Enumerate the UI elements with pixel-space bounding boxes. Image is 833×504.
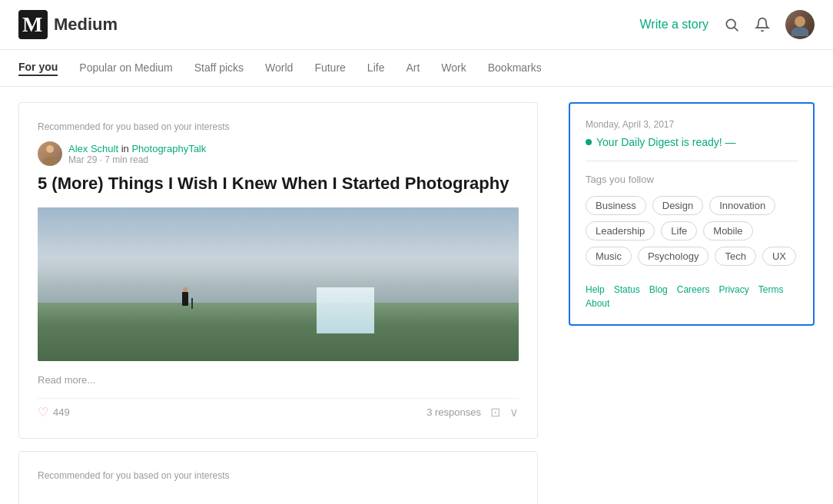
more-icon[interactable]: ∨: [509, 405, 519, 419]
tag-item[interactable]: Tech: [715, 247, 755, 266]
footer-link-item[interactable]: Privacy: [719, 284, 748, 295]
nav-item-bookmarks[interactable]: Bookmarks: [488, 61, 542, 75]
svg-point-2: [726, 19, 735, 28]
author-publication[interactable]: PhotographyTalk: [131, 143, 206, 154]
svg-line-3: [735, 28, 738, 32]
logo-text: Medium: [54, 15, 118, 35]
author-avatar: [38, 141, 62, 166]
recommended-label-2: Recommended for you based on your intere…: [38, 470, 519, 481]
footer-link-item[interactable]: Help: [586, 284, 605, 295]
article-footer-1: ♡ 449 3 responses ⊡ ∨: [38, 398, 519, 419]
author-info: Alex Schult in PhotographyTalk Mar 29 · …: [68, 143, 206, 165]
logo[interactable]: M Medium: [18, 10, 118, 39]
article-title-1[interactable]: 5 (More) Things I Wish I Knew When I Sta…: [38, 172, 519, 195]
read-more-link[interactable]: Read more...: [38, 374, 95, 386]
tag-item[interactable]: Psychology: [638, 247, 709, 266]
green-dot-icon: [586, 139, 592, 145]
search-button[interactable]: [724, 17, 739, 32]
article-card-1: Recommended for you based on your intere…: [18, 102, 538, 439]
digest-card: Monday, April 3, 2017 Your Daily Digest …: [569, 102, 815, 326]
footer-link-item[interactable]: Terms: [758, 284, 784, 295]
digest-date: Monday, April 3, 2017: [586, 119, 798, 130]
header-actions: Write a story: [640, 10, 815, 39]
nav-item-staff-picks[interactable]: Staff picks: [194, 61, 244, 75]
image-sky: [38, 207, 519, 307]
nav-item-for-you[interactable]: For you: [18, 61, 58, 76]
image-tripod: [191, 298, 193, 309]
tag-item[interactable]: Leadership: [586, 221, 655, 240]
tag-item[interactable]: Innovation: [709, 196, 775, 215]
footer-right: 3 responses ⊡ ∨: [426, 405, 519, 419]
footer-link-item[interactable]: Careers: [677, 284, 710, 295]
tag-item[interactable]: Life: [661, 221, 697, 240]
tag-item[interactable]: Design: [652, 196, 703, 215]
avatar[interactable]: [785, 10, 815, 39]
author-name[interactable]: Alex Schult: [68, 143, 118, 154]
footer-links: HelpStatusBlogCareersPrivacyTermsAbout: [586, 284, 798, 309]
digest-ready[interactable]: Your Daily Digest is ready! —: [586, 136, 798, 161]
nav-item-life[interactable]: Life: [367, 61, 385, 75]
nav-item-popular[interactable]: Popular on Medium: [79, 61, 172, 75]
heart-icon[interactable]: ♡: [38, 405, 48, 419]
responses-button[interactable]: 3 responses: [426, 406, 481, 418]
digest-ready-text: Your Daily Digest is ready! —: [596, 136, 736, 148]
feed: Recommended for you based on your intere…: [18, 87, 538, 504]
avatar-image: [785, 10, 815, 39]
bell-icon: [755, 17, 770, 32]
header: M Medium Write a story: [0, 0, 833, 50]
tag-item[interactable]: Mobile: [703, 221, 752, 240]
author-in: in: [121, 143, 132, 154]
search-icon: [724, 17, 739, 32]
bookmark-icon[interactable]: ⊡: [490, 405, 500, 419]
footer-link-item[interactable]: About: [586, 298, 609, 309]
image-waterfall: [317, 287, 374, 333]
nav-item-art[interactable]: Art: [406, 61, 420, 75]
image-person: [182, 292, 188, 306]
main-content: Recommended for you based on your intere…: [0, 87, 833, 504]
tag-item[interactable]: Business: [586, 196, 646, 215]
footer-link-item[interactable]: Blog: [649, 284, 668, 295]
tags-label: Tags you follow: [586, 174, 798, 185]
write-story-button[interactable]: Write a story: [640, 18, 709, 32]
article-image-1: [38, 207, 519, 361]
notifications-button[interactable]: [755, 17, 770, 32]
tags-grid: BusinessDesignInnovationLeadershipLifeMo…: [586, 196, 798, 266]
sidebar: Monday, April 3, 2017 Your Daily Digest …: [569, 87, 815, 504]
nav-item-future[interactable]: Future: [314, 61, 345, 75]
nav-item-work[interactable]: Work: [441, 61, 466, 75]
like-count: 449: [53, 406, 70, 418]
author-meta: Mar 29 · 7 min read: [68, 154, 206, 165]
nav-bar: For you Popular on Medium Staff picks Wo…: [0, 50, 833, 87]
footer-link-item[interactable]: Status: [614, 284, 640, 295]
tag-item[interactable]: Music: [586, 247, 632, 266]
recommended-label-1: Recommended for you based on your intere…: [38, 121, 519, 132]
medium-logo-icon: M: [18, 10, 48, 39]
image-land: [38, 303, 519, 361]
author-row: Alex Schult in PhotographyTalk Mar 29 · …: [38, 141, 519, 166]
tag-item[interactable]: UX: [762, 247, 796, 266]
article-card-2: Recommended for you based on your intere…: [18, 451, 538, 504]
like-row: ♡ 449: [38, 405, 70, 419]
svg-text:M: M: [22, 12, 42, 36]
nav-item-world[interactable]: World: [265, 61, 293, 75]
